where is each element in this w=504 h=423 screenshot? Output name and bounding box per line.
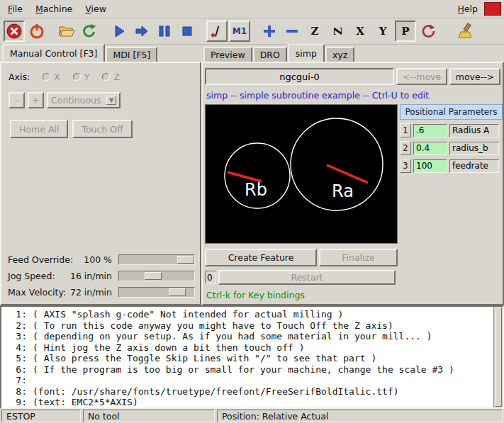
axis-window: File Machine View Help bbox=[0, 0, 504, 423]
feed-override-value: 100 % bbox=[84, 254, 112, 265]
main-area: Manual Control [F3] MDI [F5] Axis: X Y Z… bbox=[0, 45, 504, 305]
finalize-button[interactable]: Finalize bbox=[319, 249, 398, 266]
view-perspective-icon: P bbox=[401, 25, 409, 38]
chevron-down-icon: ▼ bbox=[106, 96, 116, 105]
param-value-input[interactable] bbox=[413, 159, 447, 173]
view-z-icon: Z bbox=[311, 25, 319, 38]
tab-xyz[interactable]: xyz bbox=[325, 47, 354, 62]
param-number: 1 bbox=[400, 123, 411, 137]
gcode-line: 7: bbox=[6, 375, 491, 386]
slider-thumb[interactable] bbox=[169, 288, 186, 296]
circles-drawing: Rb Ra bbox=[206, 105, 397, 243]
code-scrollbar[interactable] bbox=[493, 307, 503, 407]
radio-icon bbox=[43, 73, 50, 81]
reload-button[interactable] bbox=[79, 21, 100, 42]
menu-help[interactable]: Help bbox=[451, 1, 484, 16]
axis-y-radio[interactable]: Y bbox=[73, 72, 90, 82]
axis-z-radio[interactable]: Z bbox=[102, 72, 120, 82]
axis-x-radio[interactable]: X bbox=[43, 72, 60, 82]
gcode-line: 8:(font: /usr/share/fonts/truetype/freef… bbox=[6, 386, 491, 397]
menu-machine-rest: achine bbox=[43, 4, 73, 14]
menu-view-rest: iew bbox=[91, 4, 106, 14]
gcode-line: 5:( Also press the Toggle Skip Lines wit… bbox=[6, 353, 491, 364]
param-name-input[interactable] bbox=[449, 142, 499, 155]
optional-pause-button[interactable]: M1 bbox=[229, 21, 250, 42]
view-x-icon: X bbox=[356, 25, 364, 38]
view-x-button[interactable]: X bbox=[349, 21, 371, 42]
create-feature-button[interactable]: Create Feature bbox=[205, 249, 317, 266]
tab-mdi[interactable]: MDI [F5] bbox=[106, 47, 157, 62]
touch-off-button[interactable]: Touch Off bbox=[72, 120, 132, 138]
view-z-button[interactable]: Z bbox=[304, 21, 325, 42]
param-value-input[interactable] bbox=[413, 142, 447, 155]
view-perspective-button[interactable]: P bbox=[395, 21, 416, 42]
zoom-in-icon bbox=[262, 24, 276, 38]
open-file-button[interactable] bbox=[56, 21, 77, 42]
toggle-skip-lines-button[interactable]: / bbox=[206, 21, 228, 42]
gcode-line: 2:( To run this code anyway you might ha… bbox=[6, 320, 491, 332]
max-velocity-slider[interactable] bbox=[118, 287, 195, 298]
estop-button[interactable] bbox=[4, 21, 25, 42]
close-button[interactable] bbox=[484, 2, 501, 16]
preview-canvas: Rb Ra bbox=[205, 104, 398, 244]
menu-file[interactable]: File bbox=[1, 1, 29, 16]
tab-simp[interactable]: simp bbox=[288, 44, 325, 62]
jog-mode-value: Continuous bbox=[51, 95, 101, 106]
stop-icon bbox=[179, 23, 195, 39]
run-icon bbox=[111, 23, 127, 39]
machine-power-button[interactable] bbox=[26, 21, 47, 42]
restart-button[interactable]: Restart bbox=[218, 270, 396, 285]
pause-button[interactable] bbox=[154, 21, 175, 42]
clear-plot-brush-icon bbox=[456, 23, 474, 40]
menu-machine[interactable]: Machine bbox=[29, 1, 79, 16]
menu-view[interactable]: View bbox=[79, 1, 113, 16]
feed-override-slider[interactable] bbox=[118, 254, 195, 265]
ngcgui-body: <--move move--> simp -- simple subroutin… bbox=[201, 62, 504, 305]
axis-label: Axis: bbox=[9, 72, 30, 82]
menu-help-rest: elp bbox=[464, 4, 478, 14]
parameters-header: Positional Parameters bbox=[400, 104, 503, 120]
zoom-in-button[interactable] bbox=[259, 21, 280, 42]
positional-parameters: Positional Parameters 1 2 3 bbox=[400, 104, 503, 244]
clear-plot-button[interactable] bbox=[454, 21, 476, 42]
param-row: 3 bbox=[400, 159, 503, 173]
param-row: 2 bbox=[400, 141, 503, 155]
view-z-rotated-icon: Z bbox=[331, 28, 344, 35]
ngcgui-name-entry[interactable] bbox=[205, 68, 394, 85]
param-name-input[interactable] bbox=[449, 124, 499, 137]
slider-thumb[interactable] bbox=[177, 256, 194, 264]
gcode-text-area[interactable]: 1:( AXIS "splash g-code" Not intended fo… bbox=[0, 305, 504, 409]
step-button[interactable] bbox=[131, 21, 152, 42]
step-icon bbox=[134, 23, 150, 39]
view-z-rotated-button[interactable]: Z bbox=[327, 21, 348, 42]
axis-x-label: X bbox=[54, 72, 60, 82]
menu-view-accel: V bbox=[85, 4, 91, 14]
move-left-button[interactable]: <--move bbox=[396, 68, 447, 85]
param-name-input[interactable] bbox=[449, 159, 499, 173]
zoom-out-button[interactable] bbox=[281, 21, 303, 42]
status-bar: ESTOP No tool Position: Relative Actual bbox=[0, 409, 504, 423]
pause-icon bbox=[157, 23, 172, 39]
restart-count-entry[interactable] bbox=[205, 271, 216, 284]
home-all-button[interactable]: Home All bbox=[10, 120, 68, 138]
move-right-button[interactable]: move--> bbox=[449, 68, 500, 85]
tab-preview[interactable]: Preview bbox=[203, 47, 252, 62]
m1-icon: M1 bbox=[233, 26, 247, 36]
jog-mode-select[interactable]: Continuous ▼ bbox=[47, 92, 121, 108]
tab-manual-control[interactable]: Manual Control [F3] bbox=[2, 44, 105, 62]
max-velocity-row: Max Velocity: 72 in/min bbox=[4, 284, 197, 300]
jog-speed-slider[interactable] bbox=[118, 271, 195, 281]
view-y-button[interactable]: Y bbox=[372, 21, 393, 42]
scrollbar-thumb[interactable] bbox=[495, 308, 502, 407]
zoom-out-icon bbox=[285, 24, 299, 38]
jog-plus-button[interactable]: + bbox=[28, 92, 44, 108]
tab-dro[interactable]: DRO bbox=[253, 47, 287, 62]
jog-minus-button[interactable]: - bbox=[9, 92, 25, 108]
rotate-view-button[interactable] bbox=[418, 21, 439, 42]
key-bindings-hint: Ctrl-k for Key bindings bbox=[206, 290, 503, 300]
slider-thumb[interactable] bbox=[145, 272, 162, 280]
view-y-icon: Y bbox=[379, 25, 387, 38]
param-value-input[interactable] bbox=[413, 124, 447, 137]
run-button[interactable] bbox=[108, 21, 130, 42]
stop-button[interactable] bbox=[177, 21, 198, 42]
